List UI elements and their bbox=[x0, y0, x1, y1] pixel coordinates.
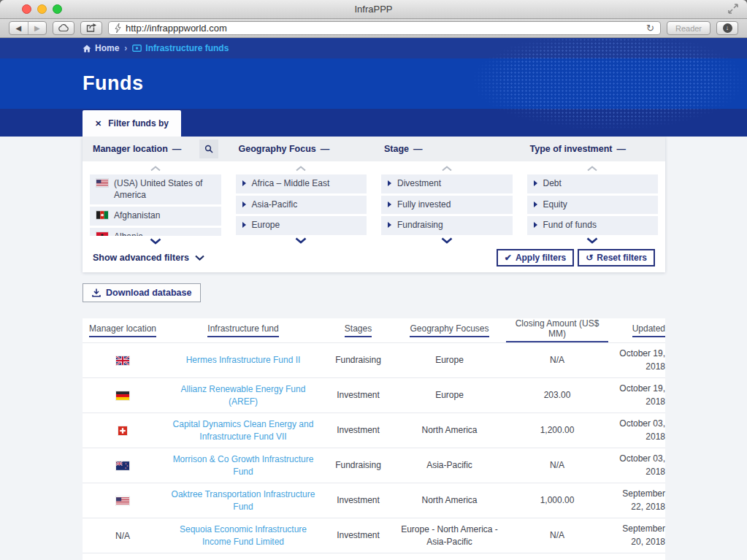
geography-cell: North America bbox=[393, 494, 506, 506]
expand-triangle-icon[interactable] bbox=[242, 222, 246, 228]
filter-panel: Manager location — Geography Focus — Sta… bbox=[83, 137, 665, 272]
expand-triangle-icon[interactable] bbox=[388, 180, 391, 186]
expand-triangle-icon[interactable] bbox=[534, 202, 537, 207]
icloud-tabs-button[interactable] bbox=[53, 21, 74, 35]
share-button[interactable] bbox=[80, 21, 102, 35]
close-icon[interactable]: ✕ bbox=[95, 119, 101, 129]
filter-header-type-of-investment[interactable]: Type of investment — bbox=[520, 137, 666, 161]
filter-option-afghanistan[interactable]: Afghanistan bbox=[90, 207, 221, 226]
reset-filters-button[interactable]: ↺ Reset filters bbox=[578, 249, 655, 266]
flag-new-zealand-icon bbox=[116, 461, 129, 470]
search-icon bbox=[204, 145, 213, 153]
filter-title: Type of investment bbox=[530, 144, 613, 154]
filter-option-europe[interactable]: Europe bbox=[236, 216, 367, 235]
page-hero: Home › Infrastructure funds Funds ✕ Filt… bbox=[0, 38, 747, 137]
filter-option-divestment[interactable]: Divestment bbox=[381, 174, 513, 193]
collapse-dash-icon[interactable]: — bbox=[616, 144, 626, 154]
fund-link[interactable]: Oaktree Transportation Infrastructure Fu… bbox=[163, 488, 323, 512]
check-icon: ✔ bbox=[505, 253, 512, 263]
col-header-infrastructure-fund[interactable]: Infrastructure fund bbox=[163, 323, 323, 337]
filter-option-asia-pacific[interactable]: Asia-Pacific bbox=[236, 196, 367, 215]
scroll-down-chevron-icon[interactable] bbox=[236, 235, 367, 247]
fund-link[interactable]: Allianz Renewable Energy Fund (AREF) bbox=[163, 383, 323, 407]
scroll-up-chevron-icon[interactable] bbox=[527, 164, 659, 174]
collapse-dash-icon[interactable]: — bbox=[413, 144, 423, 154]
filter-header-manager-location[interactable]: Manager location — bbox=[83, 137, 229, 161]
breadcrumb-home-link[interactable]: Home bbox=[83, 43, 119, 53]
col-header-updated[interactable]: Updated bbox=[608, 323, 665, 337]
expand-triangle-icon[interactable] bbox=[242, 202, 246, 207]
closing-amount-cell: 203.00 bbox=[506, 389, 608, 401]
filter-option-fund-of-funds[interactable]: Fund of funds bbox=[527, 216, 659, 235]
filter-option-usa[interactable]: (USA) United States of America bbox=[90, 174, 221, 204]
home-icon bbox=[83, 45, 91, 53]
download-database-button[interactable]: Download database bbox=[83, 283, 201, 302]
scroll-up-chevron-icon[interactable] bbox=[236, 164, 367, 174]
url-text[interactable]: http://infrapppworld.com bbox=[126, 23, 642, 34]
updated-cell: October 03, 2018 bbox=[608, 453, 665, 478]
reload-icon[interactable]: ↻ bbox=[646, 23, 654, 34]
fund-link[interactable]: Sequoia Economic Infrastructure Income F… bbox=[163, 523, 323, 547]
filter-column-manager-location: (USA) United States of America Afghanist… bbox=[83, 164, 229, 248]
breadcrumb-home-label[interactable]: Home bbox=[95, 43, 119, 53]
filter-search-button[interactable] bbox=[199, 139, 218, 158]
stage-cell: Investment bbox=[323, 389, 393, 401]
apply-filters-button[interactable]: ✔ Apply filters bbox=[497, 249, 574, 266]
filter-funds-tab[interactable]: ✕ Filter funds by bbox=[83, 110, 181, 137]
fullscreen-icon[interactable] bbox=[728, 4, 738, 14]
expand-triangle-icon[interactable] bbox=[534, 180, 537, 186]
expand-triangle-icon[interactable] bbox=[242, 180, 246, 186]
window-title: InfraPPP bbox=[0, 4, 747, 15]
scroll-down-chevron-icon[interactable] bbox=[90, 236, 221, 248]
filter-option-label: Fund of funds bbox=[543, 220, 597, 231]
minimize-window-button[interactable] bbox=[37, 4, 47, 14]
hero-band: Funds bbox=[0, 58, 747, 109]
col-header-stages[interactable]: Stages bbox=[323, 323, 393, 337]
scroll-up-chevron-icon[interactable] bbox=[90, 164, 221, 174]
page-content: Manager location — Geography Focus — Sta… bbox=[0, 137, 747, 560]
closing-amount-cell: N/A bbox=[506, 354, 608, 366]
collapse-dash-icon[interactable]: — bbox=[172, 144, 182, 154]
filter-option-fully-invested[interactable]: Fully invested bbox=[381, 196, 513, 215]
scroll-up-chevron-icon[interactable] bbox=[381, 164, 513, 174]
col-header-geography-focuses[interactable]: Geography Focuses bbox=[393, 323, 506, 337]
fund-link[interactable]: Capital Dynamics Clean Energy and Infras… bbox=[163, 418, 323, 442]
fund-link[interactable]: Morrison & Co Growth Infrastructure Fund bbox=[163, 453, 323, 477]
stage-cell: Investment bbox=[323, 529, 393, 541]
downloads-button[interactable]: ↓ bbox=[716, 21, 738, 35]
back-button[interactable]: ◀ bbox=[9, 22, 28, 34]
scroll-down-chevron-icon[interactable] bbox=[381, 235, 513, 247]
filter-option-fundraising[interactable]: Fundraising bbox=[381, 216, 513, 235]
breadcrumb-current-link[interactable]: Infrastructure funds bbox=[132, 43, 229, 53]
filter-column-type-of-investment: Debt Equity Fund of funds bbox=[520, 164, 666, 248]
geography-cell: North America bbox=[393, 424, 506, 436]
collapse-dash-icon[interactable]: — bbox=[321, 144, 330, 154]
expand-triangle-icon[interactable] bbox=[388, 222, 391, 228]
show-advanced-filters-toggle[interactable]: Show advanced filters bbox=[93, 253, 204, 263]
address-bar[interactable]: http://infrapppworld.com ↻ bbox=[108, 21, 661, 35]
forward-button[interactable]: ▶ bbox=[28, 22, 47, 34]
filter-option-africa-middle-east[interactable]: Africa – Middle East bbox=[236, 174, 367, 193]
breadcrumb-current-label[interactable]: Infrastructure funds bbox=[145, 43, 229, 53]
filter-option-label: Divestment bbox=[397, 178, 441, 190]
filter-option-label: Albania bbox=[114, 231, 143, 236]
download-arrow-icon: ↓ bbox=[723, 23, 732, 33]
col-header-manager-location[interactable]: Manager location bbox=[83, 323, 163, 337]
filter-option-equity[interactable]: Equity bbox=[527, 196, 659, 215]
expand-triangle-icon[interactable] bbox=[388, 202, 391, 207]
favicon-lightning-icon bbox=[115, 23, 121, 33]
zoom-window-button[interactable] bbox=[53, 4, 62, 14]
updated-cell: October 19, 2018 bbox=[608, 348, 665, 373]
filter-option-label: Afghanistan bbox=[114, 210, 160, 222]
col-header-closing-amount[interactable]: Closing Amount (US$ MM) bbox=[506, 318, 608, 342]
filter-option-debt[interactable]: Debt bbox=[527, 174, 659, 193]
scroll-down-chevron-icon[interactable] bbox=[527, 235, 659, 247]
reader-button[interactable]: Reader bbox=[667, 21, 710, 35]
filter-header-stage[interactable]: Stage — bbox=[374, 137, 520, 161]
filter-option-albania[interactable]: Albania bbox=[90, 228, 221, 236]
expand-triangle-icon[interactable] bbox=[534, 222, 537, 228]
filter-option-label: Africa – Middle East bbox=[252, 178, 330, 190]
fund-link[interactable]: Hermes Infrastructure Fund II bbox=[163, 354, 323, 366]
close-window-button[interactable] bbox=[22, 4, 31, 14]
filter-header-geography-focus[interactable]: Geography Focus — bbox=[229, 137, 375, 161]
